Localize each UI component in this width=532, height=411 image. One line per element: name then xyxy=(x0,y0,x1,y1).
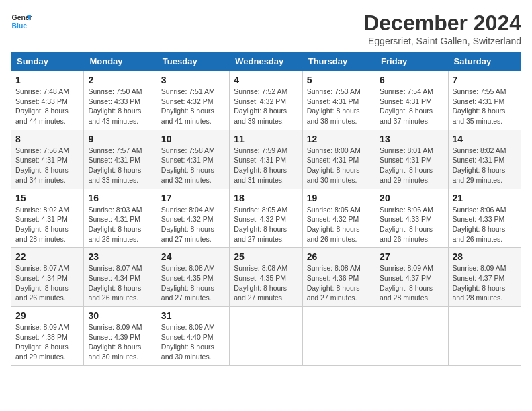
day-number: 17 xyxy=(161,193,225,203)
day-info: Sunrise: 8:08 AM Sunset: 4:36 PM Dayligh… xyxy=(307,263,371,303)
location-subtitle: Eggersriet, Saint Gallen, Switzerland xyxy=(363,36,521,46)
calendar-cell: 7 Sunrise: 7:55 AM Sunset: 4:31 PM Dayli… xyxy=(448,71,521,130)
day-info: Sunrise: 7:54 AM Sunset: 4:31 PM Dayligh… xyxy=(380,87,443,126)
day-number: 18 xyxy=(234,193,298,203)
day-number: 25 xyxy=(234,251,298,262)
day-info: Sunrise: 8:09 AM Sunset: 4:37 PM Dayligh… xyxy=(453,263,517,303)
day-number: 3 xyxy=(161,75,225,85)
weekday-header-friday: Friday xyxy=(375,52,448,71)
day-number: 14 xyxy=(453,134,517,144)
calendar-week-row: 29 Sunrise: 8:09 AM Sunset: 4:38 PM Dayl… xyxy=(11,307,521,366)
day-number: 13 xyxy=(380,134,443,144)
calendar-cell: 26 Sunrise: 8:08 AM Sunset: 4:36 PM Dayl… xyxy=(302,248,375,307)
day-info: Sunrise: 8:00 AM Sunset: 4:31 PM Dayligh… xyxy=(307,146,371,185)
calendar-cell: 25 Sunrise: 8:08 AM Sunset: 4:35 PM Dayl… xyxy=(230,248,302,307)
day-info: Sunrise: 8:04 AM Sunset: 4:32 PM Dayligh… xyxy=(161,205,225,244)
calendar-cell: 13 Sunrise: 8:01 AM Sunset: 4:31 PM Dayl… xyxy=(375,130,448,189)
weekday-header-monday: Monday xyxy=(84,52,157,71)
calendar-cell: 14 Sunrise: 8:02 AM Sunset: 4:31 PM Dayl… xyxy=(448,130,521,189)
calendar-cell: 31 Sunrise: 8:09 AM Sunset: 4:40 PM Dayl… xyxy=(157,307,229,366)
day-number: 16 xyxy=(88,193,152,203)
day-number: 22 xyxy=(15,251,79,262)
day-number: 12 xyxy=(307,134,371,144)
calendar-cell: 4 Sunrise: 7:52 AM Sunset: 4:32 PM Dayli… xyxy=(230,71,302,130)
day-number: 26 xyxy=(307,251,371,262)
day-info: Sunrise: 7:48 AM Sunset: 4:33 PM Dayligh… xyxy=(15,87,79,126)
calendar-cell xyxy=(302,307,375,366)
day-number: 21 xyxy=(453,193,517,203)
day-number: 30 xyxy=(88,310,152,321)
day-info: Sunrise: 8:09 AM Sunset: 4:40 PM Dayligh… xyxy=(161,322,225,362)
weekday-header-tuesday: Tuesday xyxy=(157,52,229,71)
calendar-cell: 10 Sunrise: 7:58 AM Sunset: 4:31 PM Dayl… xyxy=(157,130,229,189)
day-info: Sunrise: 7:51 AM Sunset: 4:32 PM Dayligh… xyxy=(161,87,225,126)
weekday-header-wednesday: Wednesday xyxy=(230,52,302,71)
day-number: 23 xyxy=(88,251,152,262)
calendar-week-row: 22 Sunrise: 8:07 AM Sunset: 4:34 PM Dayl… xyxy=(11,248,521,307)
day-info: Sunrise: 8:07 AM Sunset: 4:34 PM Dayligh… xyxy=(15,263,79,303)
day-number: 15 xyxy=(15,193,79,203)
day-info: Sunrise: 8:08 AM Sunset: 4:35 PM Dayligh… xyxy=(161,263,225,303)
calendar-cell: 22 Sunrise: 8:07 AM Sunset: 4:34 PM Dayl… xyxy=(11,248,84,307)
day-number: 5 xyxy=(307,75,371,85)
calendar-week-row: 1 Sunrise: 7:48 AM Sunset: 4:33 PM Dayli… xyxy=(11,71,521,130)
calendar-cell: 30 Sunrise: 8:09 AM Sunset: 4:39 PM Dayl… xyxy=(84,307,157,366)
day-info: Sunrise: 7:55 AM Sunset: 4:31 PM Dayligh… xyxy=(453,87,517,126)
day-info: Sunrise: 8:08 AM Sunset: 4:35 PM Dayligh… xyxy=(234,263,298,303)
day-info: Sunrise: 7:56 AM Sunset: 4:31 PM Dayligh… xyxy=(15,146,79,185)
calendar-cell: 21 Sunrise: 8:06 AM Sunset: 4:33 PM Dayl… xyxy=(448,189,521,248)
day-number: 27 xyxy=(380,251,443,262)
day-number: 2 xyxy=(88,75,152,85)
calendar-cell: 28 Sunrise: 8:09 AM Sunset: 4:37 PM Dayl… xyxy=(448,248,521,307)
day-number: 11 xyxy=(234,134,298,144)
day-number: 19 xyxy=(307,193,371,203)
day-info: Sunrise: 8:09 AM Sunset: 4:38 PM Dayligh… xyxy=(15,322,79,362)
day-info: Sunrise: 8:01 AM Sunset: 4:31 PM Dayligh… xyxy=(380,146,443,185)
day-number: 7 xyxy=(453,75,517,85)
day-number: 24 xyxy=(161,251,225,262)
day-info: Sunrise: 8:07 AM Sunset: 4:34 PM Dayligh… xyxy=(88,263,152,303)
day-info: Sunrise: 7:59 AM Sunset: 4:31 PM Dayligh… xyxy=(234,146,298,185)
title-block: December 2024 Eggersriet, Saint Gallen, … xyxy=(363,11,521,46)
day-info: Sunrise: 7:50 AM Sunset: 4:33 PM Dayligh… xyxy=(88,87,152,126)
calendar-cell: 24 Sunrise: 8:08 AM Sunset: 4:35 PM Dayl… xyxy=(157,248,229,307)
calendar-cell: 12 Sunrise: 8:00 AM Sunset: 4:31 PM Dayl… xyxy=(302,130,375,189)
page-header: General Blue December 2024 Eggersriet, S… xyxy=(11,11,521,46)
calendar-cell: 15 Sunrise: 8:02 AM Sunset: 4:31 PM Dayl… xyxy=(11,189,84,248)
day-info: Sunrise: 8:03 AM Sunset: 4:31 PM Dayligh… xyxy=(88,205,152,244)
svg-text:Blue: Blue xyxy=(12,22,28,30)
day-info: Sunrise: 8:06 AM Sunset: 4:33 PM Dayligh… xyxy=(453,205,517,244)
weekday-header-saturday: Saturday xyxy=(448,52,521,71)
calendar-cell: 23 Sunrise: 8:07 AM Sunset: 4:34 PM Dayl… xyxy=(84,248,157,307)
day-info: Sunrise: 8:02 AM Sunset: 4:31 PM Dayligh… xyxy=(15,205,79,244)
day-number: 9 xyxy=(88,134,152,144)
logo: General Blue xyxy=(11,11,32,32)
calendar-table: SundayMondayTuesdayWednesdayThursdayFrid… xyxy=(11,52,521,366)
calendar-cell: 20 Sunrise: 8:06 AM Sunset: 4:33 PM Dayl… xyxy=(375,189,448,248)
day-number: 4 xyxy=(234,75,298,85)
calendar-week-row: 15 Sunrise: 8:02 AM Sunset: 4:31 PM Dayl… xyxy=(11,189,521,248)
month-title: December 2024 xyxy=(363,11,521,36)
day-info: Sunrise: 7:58 AM Sunset: 4:31 PM Dayligh… xyxy=(161,146,225,185)
day-number: 8 xyxy=(15,134,79,144)
day-number: 20 xyxy=(380,193,443,203)
day-info: Sunrise: 8:09 AM Sunset: 4:39 PM Dayligh… xyxy=(88,322,152,362)
weekday-header-row: SundayMondayTuesdayWednesdayThursdayFrid… xyxy=(11,52,521,71)
calendar-cell: 29 Sunrise: 8:09 AM Sunset: 4:38 PM Dayl… xyxy=(11,307,84,366)
calendar-cell: 3 Sunrise: 7:51 AM Sunset: 4:32 PM Dayli… xyxy=(157,71,229,130)
calendar-cell: 6 Sunrise: 7:54 AM Sunset: 4:31 PM Dayli… xyxy=(375,71,448,130)
weekday-header-sunday: Sunday xyxy=(11,52,84,71)
day-number: 28 xyxy=(453,251,517,262)
calendar-cell: 2 Sunrise: 7:50 AM Sunset: 4:33 PM Dayli… xyxy=(84,71,157,130)
day-info: Sunrise: 7:53 AM Sunset: 4:31 PM Dayligh… xyxy=(307,87,371,126)
calendar-cell: 11 Sunrise: 7:59 AM Sunset: 4:31 PM Dayl… xyxy=(230,130,302,189)
day-number: 10 xyxy=(161,134,225,144)
logo-icon: General Blue xyxy=(11,11,32,32)
calendar-cell: 16 Sunrise: 8:03 AM Sunset: 4:31 PM Dayl… xyxy=(84,189,157,248)
calendar-cell: 5 Sunrise: 7:53 AM Sunset: 4:31 PM Dayli… xyxy=(302,71,375,130)
calendar-cell: 9 Sunrise: 7:57 AM Sunset: 4:31 PM Dayli… xyxy=(84,130,157,189)
calendar-cell: 19 Sunrise: 8:05 AM Sunset: 4:32 PM Dayl… xyxy=(302,189,375,248)
calendar-cell xyxy=(375,307,448,366)
day-info: Sunrise: 8:06 AM Sunset: 4:33 PM Dayligh… xyxy=(380,205,443,244)
day-info: Sunrise: 7:52 AM Sunset: 4:32 PM Dayligh… xyxy=(234,87,298,126)
